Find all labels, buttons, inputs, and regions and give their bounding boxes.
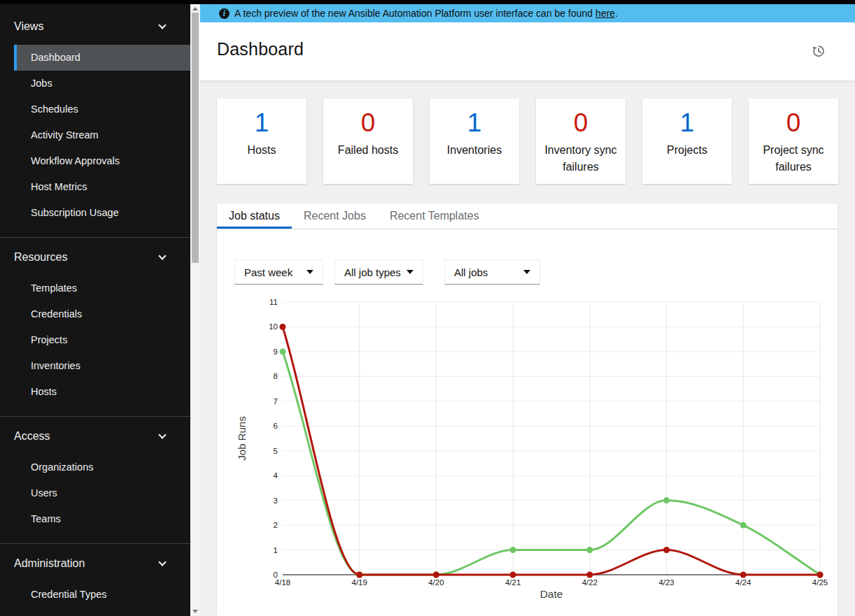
caret-down-icon <box>523 270 530 274</box>
select-value: Past week <box>244 266 292 278</box>
tech-preview-banner: i A tech preview of the new Ansible Auto… <box>200 4 855 22</box>
sidebar-item-organizations[interactable]: Organizations <box>14 454 190 480</box>
svg-text:4/18: 4/18 <box>275 578 290 587</box>
sidebar-item-credentials[interactable]: Credentials <box>14 301 190 327</box>
svg-text:11: 11 <box>269 298 278 306</box>
summary-card-hosts[interactable]: 1Hosts <box>217 99 306 184</box>
sidebar-item-schedules[interactable]: Schedules <box>14 96 190 122</box>
svg-text:7: 7 <box>274 397 278 406</box>
sidebar-group-label: Access <box>14 430 50 443</box>
sidebar-item-hosts[interactable]: Hosts <box>14 379 190 405</box>
svg-text:4/24: 4/24 <box>735 578 751 587</box>
card-label: Hosts <box>217 142 306 159</box>
top-edge-bar <box>0 0 855 4</box>
sidebar-item-workflow-approvals[interactable]: Workflow Approvals <box>14 148 190 174</box>
summary-card-inventory-sync-failures[interactable]: 0Inventory sync failures <box>536 99 626 184</box>
summary-card-inventories[interactable]: 1Inventories <box>430 99 519 184</box>
summary-card-project-sync-failures[interactable]: 0Project sync failures <box>749 99 838 184</box>
svg-text:3: 3 <box>274 496 278 505</box>
sidebar-group-access: AccessOrganizationsUsersTeams <box>0 416 190 543</box>
card-label: Project sync failures <box>749 142 838 176</box>
card-value: 1 <box>430 107 519 139</box>
svg-text:4/20: 4/20 <box>428 578 444 587</box>
tab-recent-templates[interactable]: Recent Templates <box>378 203 491 229</box>
svg-text:4: 4 <box>274 471 278 480</box>
chevron-down-icon <box>158 558 166 566</box>
svg-text:1: 1 <box>274 546 278 554</box>
tab-recent-jobs[interactable]: Recent Jobs <box>292 203 378 229</box>
svg-text:9: 9 <box>274 348 278 356</box>
page-title: Dashboard <box>217 39 304 59</box>
card-label: Projects <box>642 142 732 159</box>
card-label: Inventory sync failures <box>536 142 626 176</box>
sidebar-item-projects[interactable]: Projects <box>14 327 190 353</box>
sidebar-group-header-administration[interactable]: Administration <box>0 554 190 573</box>
caret-down-icon <box>306 270 313 274</box>
sidebar-item-templates[interactable]: Templates <box>14 275 190 301</box>
banner-suffix: . <box>615 8 618 19</box>
scrollbar-thumb[interactable] <box>192 13 199 263</box>
filters: Past weekAll job typesAll jobs <box>234 259 540 285</box>
summary-card-projects[interactable]: 1Projects <box>642 99 732 184</box>
caret-down-icon <box>407 270 414 274</box>
svg-text:4/22: 4/22 <box>582 578 598 587</box>
sidebar-group-header-access[interactable]: Access <box>0 427 190 446</box>
sidebar-item-inventories[interactable]: Inventories <box>14 353 190 379</box>
svg-text:5: 5 <box>274 447 278 455</box>
sidebar-group-label: Views <box>14 20 43 33</box>
chevron-down-icon <box>158 21 166 29</box>
summary-card-failed-hosts[interactable]: 0Failed hosts <box>323 99 413 184</box>
card-value: 1 <box>217 107 306 139</box>
sidebar: ViewsDashboardJobsSchedulesActivity Stre… <box>0 0 190 616</box>
job-status-panel: Job statusRecent JobsRecent Templates Pa… <box>217 203 838 616</box>
chevron-down-icon <box>158 252 166 259</box>
info-icon: i <box>219 8 229 19</box>
sidebar-item-teams[interactable]: Teams <box>14 506 190 532</box>
svg-text:Job Runs: Job Runs <box>236 416 248 460</box>
sidebar-group-resources: ResourcesTemplatesCredentialsProjectsInv… <box>0 237 190 416</box>
card-label: Inventories <box>430 142 519 159</box>
sidebar-item-jobs[interactable]: Jobs <box>14 71 190 96</box>
select-value: All jobs <box>454 266 488 278</box>
sidebar-item-activity-stream[interactable]: Activity Stream <box>14 122 190 148</box>
sidebar-group-header-views[interactable]: Views <box>0 17 190 36</box>
sidebar-group-label: Resources <box>14 251 67 264</box>
card-value: 1 <box>642 107 732 139</box>
sidebar-group-label: Administration <box>14 557 85 570</box>
banner-here-link[interactable]: here <box>595 8 615 19</box>
sidebar-item-dashboard[interactable]: Dashboard <box>14 45 190 71</box>
tab-job-status[interactable]: Job status <box>217 203 292 229</box>
tabs: Job statusRecent JobsRecent Templates <box>217 203 838 229</box>
svg-text:Date: Date <box>540 588 563 600</box>
sidebar-item-host-metrics[interactable]: Host Metrics <box>14 174 190 200</box>
filter-select-all-jobs[interactable]: All jobs <box>444 259 540 285</box>
svg-text:6: 6 <box>274 422 278 430</box>
sidebar-item-users[interactable]: Users <box>14 480 190 506</box>
svg-text:10: 10 <box>269 322 278 331</box>
card-value: 0 <box>749 107 838 139</box>
sidebar-item-subscription-usage[interactable]: Subscription Usage <box>14 200 190 226</box>
svg-text:4/23: 4/23 <box>658 578 674 587</box>
summary-cards: 1Hosts0Failed hosts1Inventories0Inventor… <box>217 99 838 184</box>
filter-select-all-job-types[interactable]: All job types <box>334 259 423 285</box>
sidebar-group-header-resources[interactable]: Resources <box>0 248 190 267</box>
job-runs-chart: 012345678910114/184/194/204/214/224/234/… <box>231 294 829 608</box>
svg-text:4/19: 4/19 <box>352 578 367 587</box>
banner-text: A tech preview of the new Ansible Automa… <box>234 8 593 19</box>
sidebar-scrollbar[interactable] <box>190 4 200 616</box>
chevron-down-icon <box>158 431 166 438</box>
svg-text:4/21: 4/21 <box>505 578 521 587</box>
page-header: Dashboard <box>200 22 855 80</box>
card-value: 0 <box>536 107 626 139</box>
history-icon-button[interactable] <box>810 43 827 60</box>
select-value: All job types <box>344 266 401 278</box>
sidebar-group-administration: AdministrationCredential Types <box>0 543 190 616</box>
scrollbar-down-icon[interactable] <box>192 610 198 613</box>
history-icon <box>812 44 826 58</box>
scrollbar-up-icon[interactable] <box>192 7 198 10</box>
svg-text:4/25: 4/25 <box>812 578 828 587</box>
filter-select-past-week[interactable]: Past week <box>234 259 323 285</box>
card-value: 0 <box>323 107 413 139</box>
sidebar-item-credential-types[interactable]: Credential Types <box>14 582 190 608</box>
card-label: Failed hosts <box>323 142 413 159</box>
